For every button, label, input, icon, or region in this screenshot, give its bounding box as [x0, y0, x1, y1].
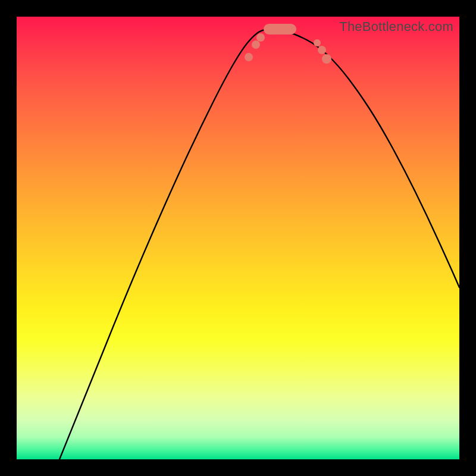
curve-marker — [314, 39, 321, 46]
curve-marker — [252, 40, 260, 49]
curve-marker — [318, 46, 326, 54]
chart-plot-area: TheBottleneck.com — [17, 17, 459, 459]
valley-highlight — [264, 24, 296, 35]
chart-frame: TheBottleneck.com — [0, 0, 476, 476]
curve-marker — [256, 33, 265, 42]
bottleneck-curve — [60, 29, 459, 459]
curve-marker — [245, 53, 253, 61]
curve-markers — [245, 33, 331, 64]
curve-svg — [17, 17, 459, 459]
curve-marker — [322, 54, 331, 64]
